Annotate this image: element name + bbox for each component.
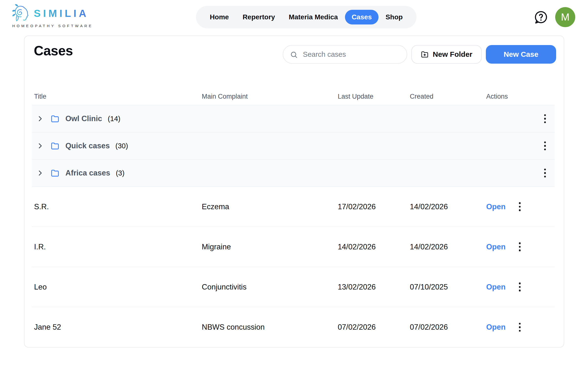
kebab-menu-icon xyxy=(544,141,546,143)
case-row: Leo Conjunctivitis 13/02/2026 07/10/2025… xyxy=(32,267,555,307)
case-menu-button[interactable] xyxy=(517,200,523,213)
folder-row[interactable]: Africa cases (3) xyxy=(32,160,555,187)
top-bar: SIMILIA HOMEOPATHY SOFTWARE Home Reperto… xyxy=(0,0,588,35)
folder-menu-button[interactable] xyxy=(542,167,548,180)
case-created: 07/02/2026 xyxy=(410,323,486,332)
case-title: Leo xyxy=(32,283,202,291)
folder-count: (14) xyxy=(108,115,121,123)
folder-icon xyxy=(50,169,60,178)
case-menu-button[interactable] xyxy=(517,280,523,293)
case-last-update: 14/02/2026 xyxy=(338,243,410,251)
case-main-complaint: Eczema xyxy=(202,202,338,211)
column-header-last-update: Last Update xyxy=(338,93,410,100)
brand-logo[interactable]: SIMILIA HOMEOPATHY SOFTWARE xyxy=(11,4,93,28)
folder-count: (30) xyxy=(115,142,128,150)
page-title: Cases xyxy=(34,43,73,58)
kebab-menu-icon xyxy=(519,323,521,325)
column-header-main-complaint: Main Complaint xyxy=(202,93,338,100)
folder-expand-button[interactable] xyxy=(36,114,45,123)
open-case-link[interactable]: Open xyxy=(486,283,505,291)
case-section: S.R. Eczema 17/02/2026 14/02/2026 Open I… xyxy=(32,187,555,347)
new-folder-button[interactable]: New Folder xyxy=(411,45,482,64)
help-icon xyxy=(534,10,548,24)
help-button[interactable] xyxy=(534,10,548,24)
toolbar: New Folder New Case xyxy=(283,45,556,64)
new-case-label: New Case xyxy=(504,51,539,58)
column-header-title: Title xyxy=(32,93,202,100)
kebab-menu-icon xyxy=(519,282,521,284)
folder-name: Africa cases xyxy=(65,169,110,177)
new-folder-label: New Folder xyxy=(433,51,472,58)
kebab-menu-icon xyxy=(544,114,546,116)
column-header-created: Created xyxy=(410,93,486,100)
folder-expand-button[interactable] xyxy=(36,169,45,177)
chevron-right-icon xyxy=(36,142,44,150)
column-header-actions: Actions xyxy=(486,93,555,100)
search-box xyxy=(283,45,407,64)
folder-count: (3) xyxy=(116,169,124,177)
kebab-menu-icon xyxy=(519,242,521,244)
folder-name: Owl Clinic xyxy=(65,114,102,123)
folder-name: Quick cases xyxy=(65,141,110,150)
case-last-update: 17/02/2026 xyxy=(338,202,410,211)
nav-tab-materia-medica[interactable]: Materia Medica xyxy=(282,10,344,24)
main-nav: Home Repertory Materia Medica Cases Shop xyxy=(196,6,416,28)
case-menu-button[interactable] xyxy=(517,321,523,334)
case-created: 14/02/2026 xyxy=(410,202,486,211)
kebab-menu-icon xyxy=(544,169,546,171)
folder-section: Owl Clinic (14) Quick cases (30) Afr xyxy=(32,105,555,187)
cases-panel: Cases New Folder New Case Title Main Com… xyxy=(24,35,564,348)
case-title: I.R. xyxy=(32,243,202,251)
user-avatar[interactable]: M xyxy=(555,7,575,27)
nav-tab-cases[interactable]: Cases xyxy=(345,10,379,24)
folder-row[interactable]: Quick cases (30) xyxy=(32,132,555,160)
case-created: 07/10/2025 xyxy=(410,283,486,291)
case-row: I.R. Migraine 14/02/2026 14/02/2026 Open xyxy=(32,227,555,267)
case-title: Jane 52 xyxy=(32,323,202,332)
folder-icon xyxy=(50,114,60,123)
case-last-update: 07/02/2026 xyxy=(338,323,410,332)
open-case-link[interactable]: Open xyxy=(486,243,505,251)
folder-row[interactable]: Owl Clinic (14) xyxy=(32,105,555,132)
folder-expand-button[interactable] xyxy=(36,141,45,150)
nav-tab-home[interactable]: Home xyxy=(203,10,235,24)
folder-icon xyxy=(50,141,60,151)
open-case-link[interactable]: Open xyxy=(486,202,505,211)
kebab-menu-icon xyxy=(519,202,521,204)
cases-table: Title Main Complaint Last Update Created… xyxy=(32,90,555,347)
new-case-button[interactable]: New Case xyxy=(486,45,556,64)
case-menu-button[interactable] xyxy=(517,240,523,253)
brand-tagline: HOMEOPATHY SOFTWARE xyxy=(12,24,93,28)
nav-tab-shop[interactable]: Shop xyxy=(379,10,409,24)
chevron-right-icon xyxy=(36,115,44,123)
case-row: Jane 52 NBWS concussion 07/02/2026 07/02… xyxy=(32,307,555,347)
brand-logo-icon xyxy=(11,4,30,23)
folder-plus-icon xyxy=(421,50,429,58)
chevron-right-icon xyxy=(36,169,44,177)
folder-menu-button[interactable] xyxy=(542,140,548,152)
folder-menu-button[interactable] xyxy=(542,112,548,125)
case-title: S.R. xyxy=(32,202,202,211)
brand-name: SIMILIA xyxy=(34,8,89,19)
case-created: 14/02/2026 xyxy=(410,243,486,251)
search-input[interactable] xyxy=(283,46,407,63)
case-row: S.R. Eczema 17/02/2026 14/02/2026 Open xyxy=(32,187,555,227)
case-last-update: 13/02/2026 xyxy=(338,283,410,291)
case-main-complaint: Conjunctivitis xyxy=(202,283,338,291)
case-main-complaint: Migraine xyxy=(202,243,338,251)
case-main-complaint: NBWS concussion xyxy=(202,323,338,332)
table-header-row: Title Main Complaint Last Update Created… xyxy=(32,90,555,103)
nav-tab-repertory[interactable]: Repertory xyxy=(236,10,282,24)
open-case-link[interactable]: Open xyxy=(486,323,505,332)
